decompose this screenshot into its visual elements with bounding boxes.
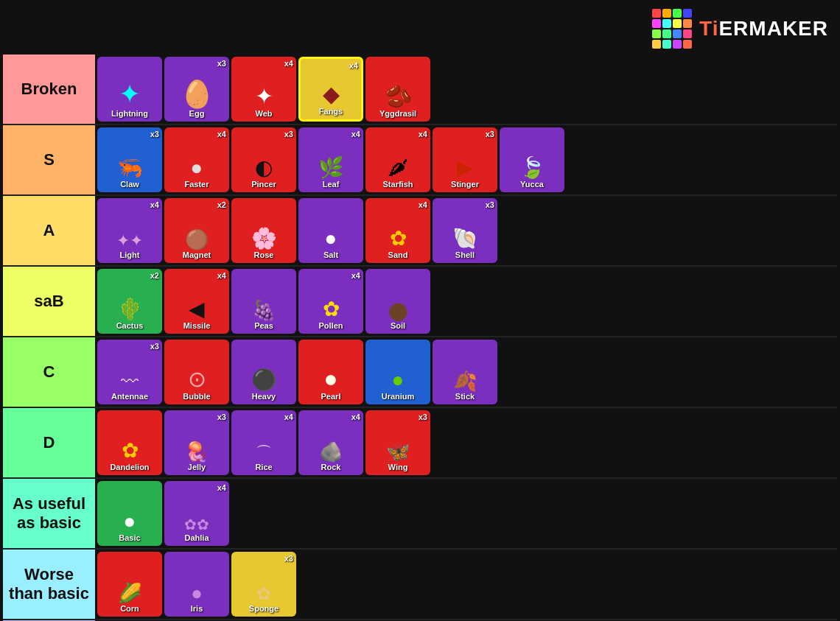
item-label: Cactus: [116, 321, 144, 331]
item-badge: x4: [419, 130, 427, 138]
tier-items-d: ✿Dandelionx3🪼Jellyx4⌒Ricex4🪨Rockx3🦋Wing: [95, 408, 837, 477]
item-rose[interactable]: 🌸Rose: [231, 198, 296, 263]
item-dandelion[interactable]: ✿Dandelion: [97, 410, 162, 475]
item-magnet[interactable]: x2🟤Magnet: [164, 198, 229, 263]
item-badge: x4: [217, 483, 226, 492]
logo-cell: [662, 19, 671, 28]
tier-label-c: C: [3, 337, 95, 407]
tier-row-c: Cx3〰Antennae⊙Bubble⚫Heavy●Pearl●Uranium🍂…: [3, 337, 837, 408]
item-icon: 🟤: [185, 230, 209, 249]
item-icon: ⬤: [388, 302, 408, 320]
item-salt[interactable]: ●Salt: [298, 198, 363, 263]
item-pincer[interactable]: x3◐Pincer: [231, 127, 296, 192]
item-rock[interactable]: x4🪨Rock: [298, 410, 363, 475]
item-stinger[interactable]: x3▶Stinger: [433, 127, 497, 192]
item-fangs[interactable]: x4◆Fangs: [298, 57, 363, 122]
item-egg[interactable]: x3🥚Egg: [164, 57, 229, 122]
item-badge: x4: [419, 200, 427, 209]
item-yucca[interactable]: 🍃Yucca: [500, 127, 564, 192]
item-badge: x3: [217, 59, 226, 68]
item-icon: ✦: [119, 81, 141, 108]
item-icon: ✦: [255, 85, 273, 108]
item-badge: x4: [284, 59, 293, 68]
item-wing[interactable]: x3🦋Wing: [365, 410, 430, 475]
item-yggdrasil[interactable]: 🫘Yggdrasil: [365, 57, 430, 122]
item-label: Missile: [183, 321, 211, 331]
tier-label-sab: saB: [3, 267, 95, 336]
item-stick[interactable]: 🍂Stick: [433, 340, 497, 404]
item-icon: 🪼: [185, 442, 209, 461]
item-claw[interactable]: x3🦐Claw: [97, 127, 162, 192]
item-icon: ●: [191, 583, 203, 603]
item-bubble[interactable]: ⊙Bubble: [164, 340, 229, 404]
item-badge: x3: [150, 130, 159, 138]
item-badge: x3: [150, 342, 159, 351]
item-heavy[interactable]: ⚫Heavy: [231, 340, 296, 404]
item-faster[interactable]: x4●Faster: [164, 127, 229, 192]
item-icon: 🪨: [319, 442, 343, 461]
item-dahlia[interactable]: x4✿✿Dahlia: [164, 481, 229, 546]
item-iris[interactable]: ●Iris: [164, 552, 229, 617]
tier-label-a: A: [3, 196, 95, 265]
logo-cell: [683, 9, 692, 18]
item-label: Magnet: [183, 250, 211, 260]
item-icon: ⌒: [256, 445, 272, 461]
item-label: Lightning: [111, 109, 148, 119]
item-missile[interactable]: x4◀Missile: [164, 269, 229, 334]
item-icon: 〰: [121, 373, 139, 390]
item-badge: x3: [284, 554, 293, 563]
tier-label-s: S: [3, 125, 95, 194]
tier-row-broken: Broken✦Lightningx3🥚Eggx4✦Webx4◆Fangs🫘Ygg…: [3, 55, 837, 125]
item-badge: x2: [217, 200, 226, 209]
logo-cell: [662, 40, 671, 49]
tier-row-wtb: Worse than basic🌽Corn●Irisx3✿Sponge: [3, 550, 837, 620]
item-basic[interactable]: ●Basic: [97, 481, 162, 546]
item-antennae[interactable]: x3〰Antennae: [97, 340, 162, 404]
item-label: Leaf: [323, 180, 340, 189]
tier-items-a: x4✦✦Lightx2🟤Magnet🌸Rose●Saltx4✿Sandx3🐚Sh…: [95, 196, 837, 265]
item-label: Sponge: [249, 604, 279, 614]
item-badge: x2: [150, 271, 159, 280]
item-sand[interactable]: x4✿Sand: [365, 198, 430, 263]
tier-label-d: D: [3, 408, 95, 477]
item-label: Rose: [254, 250, 274, 260]
item-label: Dandelion: [110, 463, 149, 472]
item-icon: 🍂: [453, 371, 477, 390]
item-label: Bubble: [183, 392, 210, 401]
item-soil[interactable]: ⬤Soil: [365, 269, 430, 334]
item-sponge[interactable]: x3✿Sponge: [231, 552, 296, 617]
item-light[interactable]: x4✦✦Light: [97, 198, 162, 263]
item-icon: ✿✿: [184, 517, 209, 532]
item-cactus[interactable]: x2🌵Cactus: [97, 269, 162, 334]
tier-items-s: x3🦐Clawx4●Fasterx3◐Pincerx4🌿Leafx4🌶Starf…: [95, 125, 837, 194]
item-pearl[interactable]: ●Pearl: [298, 340, 363, 404]
item-badge: x3: [217, 413, 226, 421]
item-corn[interactable]: 🌽Corn: [97, 552, 162, 617]
item-uranium[interactable]: ●Uranium: [365, 340, 430, 404]
tier-label-wtb: Worse than basic: [3, 550, 95, 619]
item-badge: x4: [217, 130, 226, 138]
item-label: Claw: [120, 180, 139, 189]
item-rice[interactable]: x4⌒Rice: [231, 410, 296, 475]
item-icon: 🌿: [318, 158, 344, 178]
logo-cell: [683, 29, 692, 38]
item-shell[interactable]: x3🐚Shell: [433, 198, 497, 263]
item-badge: x4: [351, 130, 360, 138]
item-lightning[interactable]: ✦Lightning: [97, 57, 162, 122]
item-badge: x4: [284, 413, 293, 421]
item-label: Rock: [321, 463, 341, 472]
item-peas[interactable]: 🍇Peas: [231, 269, 296, 334]
item-web[interactable]: x4✦Web: [231, 57, 296, 122]
item-starfish[interactable]: x4🌶Starfish: [365, 127, 430, 192]
item-icon: 🦋: [386, 442, 410, 461]
tier-items-ausb: ●Basicx4✿✿Dahlia: [95, 479, 837, 548]
logo-cell: [673, 19, 682, 28]
item-pollen[interactable]: x4✿Pollen: [298, 269, 363, 334]
item-icon: 🌵: [117, 299, 143, 320]
item-icon: ●: [323, 367, 337, 390]
item-leaf[interactable]: x4🌿Leaf: [298, 127, 363, 192]
logo-cell: [683, 40, 692, 49]
item-jelly[interactable]: x3🪼Jelly: [164, 410, 229, 475]
item-icon: 🌽: [118, 583, 141, 603]
logo-cell: [652, 19, 661, 28]
